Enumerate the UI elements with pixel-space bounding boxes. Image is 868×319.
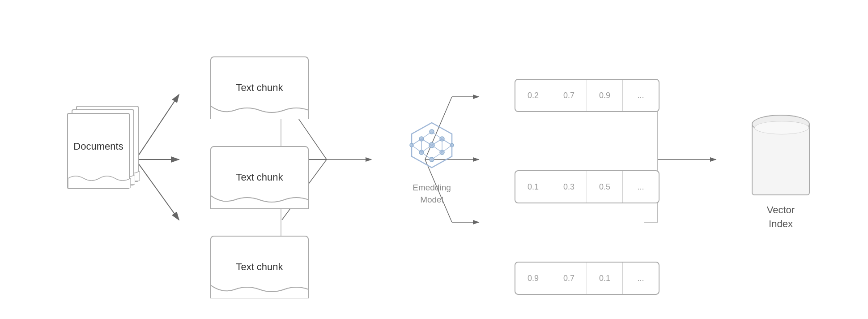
- svg-line-42: [442, 139, 452, 145]
- cylinder-body: [752, 124, 810, 195]
- cylinder-icon: [752, 115, 810, 195]
- vector-row-3: 0.9 0.7 0.1 ...: [515, 262, 660, 295]
- text-chunks-group: Text chunk Text chunk Text chunk: [210, 56, 309, 298]
- brain-icon: [403, 119, 461, 177]
- vector-row-1: 0.2 0.7 0.9 ...: [515, 79, 660, 112]
- cylinder-top: [752, 115, 810, 134]
- text-chunk-3: Text chunk: [210, 236, 309, 298]
- vector-3-cell-4: ...: [623, 263, 659, 294]
- vector-3-cell-1: 0.9: [515, 263, 551, 294]
- svg-line-41: [412, 145, 421, 152]
- text-chunk-1: Text chunk: [210, 56, 309, 119]
- embedding-model-group: Emedding Model: [403, 119, 461, 206]
- vector-3-cell-3: 0.1: [587, 263, 623, 294]
- chunk-1-label: Text chunk: [236, 82, 283, 94]
- vector-1-cell-2: 0.7: [551, 80, 587, 111]
- vector-1-cell-3: 0.9: [587, 80, 623, 111]
- vector-row-2: 0.1 0.3 0.5 ...: [515, 170, 660, 203]
- svg-line-31: [432, 139, 442, 145]
- vector-1-cell-1: 0.2: [515, 80, 551, 111]
- svg-line-35: [432, 145, 442, 152]
- documents-group: Documents: [58, 106, 148, 195]
- chunk-2-label: Text chunk: [236, 172, 283, 183]
- vector-index-label: Vector Index: [767, 203, 795, 231]
- svg-line-30: [421, 139, 432, 145]
- svg-line-37: [432, 152, 442, 160]
- svg-line-40: [412, 139, 421, 145]
- cylinder-top-inner: [754, 121, 809, 134]
- documents-label: Documents: [73, 141, 123, 152]
- vector-2-cell-1: 0.1: [515, 171, 551, 203]
- vector-index-group: Vector Index: [752, 115, 810, 231]
- embedding-label: Emedding Model: [413, 182, 451, 206]
- vector-2-cell-4: ...: [623, 171, 659, 203]
- vector-2-cell-2: 0.3: [551, 171, 587, 203]
- vector-1-cell-4: ...: [623, 80, 659, 111]
- vectors-group: 0.2 0.7 0.9 ... 0.1 0.3 0.5 ... 0.9 0.7 …: [515, 79, 660, 295]
- chunk-3-label: Text chunk: [236, 261, 283, 273]
- svg-line-43: [442, 145, 452, 152]
- vector-3-cell-2: 0.7: [551, 263, 587, 294]
- svg-line-34: [421, 145, 432, 152]
- document-stack: Documents: [67, 106, 139, 195]
- svg-line-36: [421, 152, 432, 160]
- vector-2-cell-3: 0.5: [587, 171, 623, 203]
- diagram: Documents Text chunk Text chunk Text chu…: [31, 16, 837, 303]
- text-chunk-2: Text chunk: [210, 146, 309, 209]
- doc-page-front: Documents: [67, 113, 130, 189]
- svg-line-28: [421, 132, 432, 139]
- svg-line-29: [432, 132, 442, 139]
